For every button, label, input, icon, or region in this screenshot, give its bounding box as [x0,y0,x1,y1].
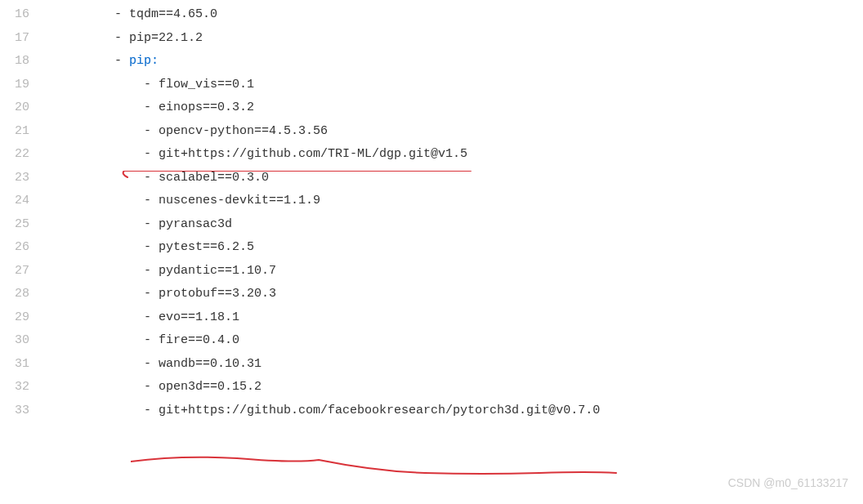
line-content[interactable]: - einops==0.3.2 [56,96,254,120]
code-segment: - [144,264,159,278]
code-line: 28 - protobuf==3.20.3 [0,283,863,306]
code-segment: pydantic==1.10.7 [159,264,276,278]
underline-path-2 [131,457,616,474]
line-number: 29 [0,306,56,330]
line-number: 20 [0,96,56,120]
watermark: CSDN @m0_61133217 [728,472,848,494]
code-segment: - [114,7,129,21]
code-line: 30 - fire==0.4.0 [0,329,863,353]
line-content[interactable]: - opencv-python==4.5.3.56 [56,120,328,144]
line-content[interactable]: - git+https://github.com/facebookresearc… [56,399,600,423]
line-content[interactable]: - pytest==6.2.5 [56,236,254,260]
code-segment: scalabel==0.3.0 [159,171,269,185]
line-number: 32 [0,376,56,399]
line-content[interactable]: - evo==1.18.1 [56,306,239,330]
code-segment: - [144,217,159,231]
line-number: 18 [0,50,56,74]
code-line: 32 - open3d==0.15.2 [0,376,863,399]
line-number: 21 [0,120,56,144]
code-segment: - [144,357,159,371]
code-line: 24 - nuscenes-devkit==1.1.9 [0,190,863,213]
code-line: 26 - pytest==6.2.5 [0,236,863,260]
code-line: 19 - flow_vis==0.1 [0,74,863,97]
code-segment: - [144,333,159,347]
annotation-underline-2 [131,455,621,479]
code-segment: flow_vis==0.1 [159,78,254,91]
line-number: 22 [0,143,56,167]
line-number: 24 [0,190,56,213]
code-line: 21 - opencv-python==4.5.3.56 [0,120,863,144]
code-line: 22 - git+https://github.com/TRI-ML/dgp.g… [0,143,863,167]
line-content[interactable]: - git+https://github.com/TRI-ML/dgp.git@… [56,143,467,167]
code-segment: pyransac3d [159,217,232,231]
line-number: 28 [0,283,56,306]
line-number: 23 [0,167,56,190]
line-content[interactable]: - pip: [56,50,159,74]
code-segment: evo==1.18.1 [159,310,239,324]
line-content[interactable]: - tqdm==4.65.0 [56,3,217,27]
line-content[interactable]: - nuscenes-devkit==1.1.9 [56,190,320,213]
line-content[interactable]: - scalabel==0.3.0 [56,167,269,190]
code-segment: git+https://github.com/facebookresearch/… [159,404,600,417]
line-number: 19 [0,74,56,97]
code-segment: fire==0.4.0 [159,333,239,347]
code-segment: pip: [129,54,159,68]
line-content[interactable]: - open3d==0.15.2 [56,376,262,399]
code-line: 17 - pip=22.1.2 [0,27,863,51]
code-segment: pytest==6.2.5 [159,240,254,254]
code-segment: - [144,404,159,417]
code-segment: - [144,287,159,301]
code-segment: - [114,31,129,45]
code-segment: - [114,54,129,68]
code-segment: - [144,78,159,91]
code-line: 18 - pip: [0,50,863,74]
code-segment: opencv-python==4.5.3.56 [159,124,328,138]
line-number: 25 [0,213,56,237]
line-content[interactable]: - pyransac3d [56,213,232,237]
code-segment: protobuf==3.20.3 [159,287,276,301]
code-segment: - [144,100,159,114]
code-container: 16 - tqdm==4.65.017 - pip=22.1.218 - pip… [0,0,863,422]
code-segment: nuscenes-devkit==1.1.9 [159,194,320,207]
code-segment: open3d==0.15.2 [159,380,262,394]
line-content[interactable]: - protobuf==3.20.3 [56,283,276,306]
code-segment: - [144,310,159,324]
code-line: 23 - scalabel==0.3.0 [0,167,863,190]
code-line: 16 - tqdm==4.65.0 [0,3,863,27]
line-number: 26 [0,236,56,260]
code-segment: tqdm==4.65.0 [129,7,217,21]
code-segment: - [144,240,159,254]
code-segment: pip=22.1.2 [129,31,203,45]
code-line: 20 - einops==0.3.2 [0,96,863,120]
code-line: 25 - pyransac3d [0,213,863,237]
line-content[interactable]: - pip=22.1.2 [56,27,203,51]
code-segment: wandb==0.10.31 [159,357,262,371]
line-number: 30 [0,329,56,353]
line-number: 33 [0,399,56,423]
code-line: 33 - git+https://github.com/facebookrese… [0,399,863,423]
code-segment: einops==0.3.2 [159,100,254,114]
line-content[interactable]: - pydantic==1.10.7 [56,260,276,283]
line-number: 17 [0,27,56,51]
code-segment: - [144,194,159,207]
line-content[interactable]: - wandb==0.10.31 [56,353,262,377]
code-segment: git+https://github.com/TRI-ML/dgp.git@v1… [159,147,467,161]
code-line: 27 - pydantic==1.10.7 [0,260,863,283]
code-segment: - [144,380,159,394]
line-number: 27 [0,260,56,283]
code-segment: - [144,124,159,138]
line-content[interactable]: - fire==0.4.0 [56,329,239,353]
code-line: 29 - evo==1.18.1 [0,306,863,330]
code-segment: - [144,171,159,185]
line-number: 16 [0,3,56,27]
line-content[interactable]: - flow_vis==0.1 [56,74,254,97]
line-number: 31 [0,353,56,377]
code-segment: - [144,147,159,161]
code-line: 31 - wandb==0.10.31 [0,353,863,377]
